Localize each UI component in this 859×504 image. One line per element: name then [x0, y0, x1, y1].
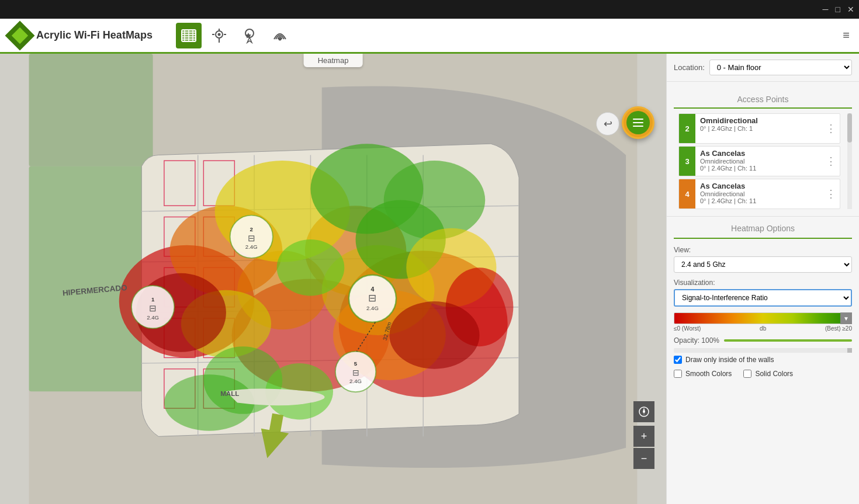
location-label: Location: [674, 63, 705, 72]
heatmap-tool-button[interactable] [176, 23, 202, 48]
svg-point-12 [278, 37, 281, 40]
scale-max-label: (Best) ≥20 [825, 325, 852, 332]
svg-rect-15 [29, 54, 153, 166]
svg-point-47 [277, 239, 345, 296]
svg-text:⊟: ⊟ [368, 292, 376, 304]
menu-button[interactable]: ≡ [843, 29, 850, 42]
zoom-out-button[interactable]: − [633, 448, 654, 469]
compass-button[interactable] [633, 401, 654, 422]
logo-diamond [5, 20, 35, 50]
ap-details-3: 0° | 2.4Ghz | Ch: 11 [700, 165, 818, 172]
ap-item-3[interactable]: 3 As Cancelas Omnidirectional 0° | 2.4Gh… [678, 146, 840, 176]
svg-text:2.4G: 2.4G [147, 314, 159, 321]
solid-colors-checkbox[interactable] [743, 370, 751, 378]
ap-item-4[interactable]: 4 As Cancelas Omnidirectional 0° | 2.4Gh… [678, 179, 840, 209]
ap-name-2: Omnidirectional [700, 116, 818, 125]
svg-text:2.4G: 2.4G [349, 378, 362, 384]
ap-scrollbar[interactable] [847, 113, 852, 209]
scale-dropdown[interactable]: ▼ [840, 312, 852, 324]
ap-more-3[interactable]: ⋮ [822, 147, 840, 176]
location-row: Location: 0 - Main floor [667, 54, 859, 82]
solid-colors-label[interactable]: Solid Colors [755, 370, 793, 378]
app-header: Acrylic Wi-Fi HeatMaps [0, 19, 859, 54]
location-tool-button[interactable] [206, 23, 232, 48]
color-gradient [674, 312, 852, 324]
ap-scroll-thumb [847, 113, 852, 142]
opacity-slider-container[interactable] [724, 339, 852, 342]
draw-walls-label[interactable]: Draw only inside of the walls [685, 356, 774, 364]
svg-text:2.4G: 2.4G [366, 305, 379, 311]
visualization-label: Visualization: [674, 279, 852, 287]
svg-text:5: 5 [354, 360, 358, 367]
svg-rect-78 [633, 126, 643, 127]
access-points-header: Access Points [674, 89, 852, 109]
ap-more-4[interactable]: ⋮ [822, 179, 840, 208]
smooth-colors-checkbox[interactable] [674, 370, 682, 378]
title-bar: ─ □ ✕ [0, 0, 859, 19]
smooth-colors-label[interactable]: Smooth Colors [685, 370, 732, 378]
logo-diamond-inner [12, 27, 28, 43]
color-scale-row: ▼ ≤0 (Worst) db (Best) ≥20 [674, 312, 852, 332]
ap-list: 2 Omnidirectional 0° | 2.4Ghz | Ch: 1 ⋮ … [674, 113, 845, 209]
ap-name-4: As Cancelas [700, 182, 818, 190]
right-panel: Location: 0 - Main floor Access Points 2… [666, 54, 859, 504]
svg-text:4: 4 [371, 286, 375, 293]
svg-point-10 [217, 33, 220, 36]
ap-more-2[interactable]: ⋮ [822, 114, 840, 143]
signal-tool-button[interactable] [267, 23, 293, 48]
color-gradient-container: ▼ [674, 312, 852, 324]
ap-item-2[interactable]: 2 Omnidirectional 0° | 2.4Ghz | Ch: 1 ⋮ [678, 113, 840, 144]
view-label: View: [674, 246, 852, 254]
ap-details-2: 0° | 2.4Ghz | Ch: 1 [700, 125, 818, 132]
map-area[interactable]: 1 ⊟ 2.4G 2 ⊟ 2.4G 4 ⊟ 2.4G 5 ⊟ 2.4G [0, 54, 666, 504]
app-logo: Acrylic Wi-Fi HeatMaps [9, 25, 153, 46]
opacity-fill [724, 339, 852, 342]
visualization-option-row: Visualization: Signal-to-Interference Ra… [674, 279, 852, 307]
svg-text:⊟: ⊟ [149, 303, 157, 313]
svg-text:MALL: MALL [220, 390, 239, 397]
location-select[interactable]: 0 - Main floor [709, 60, 852, 75]
ap-info-4: As Cancelas Omnidirectional 0° | 2.4Ghz … [695, 179, 822, 208]
heatmap-options-section: Heatmap Options View: 2.4 and 5 Ghz2.4 G… [667, 216, 859, 388]
access-points-section: Access Points 2 Omnidirectional 0° | 2.4… [667, 82, 859, 216]
svg-point-82 [643, 411, 645, 413]
heatmap-options-header: Heatmap Options [674, 224, 852, 239]
smooth-colors-row: Smooth Colors [674, 370, 732, 378]
draw-walls-checkbox[interactable] [674, 356, 682, 364]
ap-type-3: Omnidirectional [700, 158, 818, 165]
scale-min-label: ≤0 (Worst) [674, 325, 701, 332]
app-title: Acrylic Wi-Fi HeatMaps [36, 29, 153, 41]
scrollbar-row[interactable] [674, 348, 852, 353]
svg-rect-76 [633, 119, 643, 120]
scale-labels: ≤0 (Worst) db (Best) ≥20 [674, 325, 852, 332]
svg-text:1: 1 [151, 296, 155, 303]
ap-list-container: 2 Omnidirectional 0° | 2.4Ghz | Ch: 1 ⋮ … [674, 113, 852, 209]
svg-text:⊟: ⊟ [248, 233, 255, 243]
view-select[interactable]: 2.4 and 5 Ghz2.4 Ghz only5 Ghz only [674, 256, 852, 273]
close-button[interactable]: ✕ [847, 5, 854, 14]
header-tools [176, 23, 843, 48]
fab-button[interactable] [622, 106, 654, 139]
ap-type-4: Omnidirectional [700, 190, 818, 197]
opacity-label: Opacity: 100% [674, 336, 719, 345]
ap-info-3: As Cancelas Omnidirectional 0° | 2.4Ghz … [695, 147, 822, 176]
heatmap-tab: Heatmap [304, 54, 363, 67]
color-type-group: Smooth Colors Solid Colors [674, 367, 852, 381]
restore-button[interactable]: □ [836, 5, 840, 14]
ap-info-2: Omnidirectional 0° | 2.4Ghz | Ch: 1 [695, 114, 822, 143]
svg-point-46 [384, 161, 485, 239]
visualization-select[interactable]: Signal-to-Interference RatioSignal Level… [674, 289, 852, 307]
zoom-in-button[interactable]: + [633, 426, 654, 447]
draw-walls-row: Draw only inside of the walls [674, 356, 852, 364]
zoom-controls: + − [633, 401, 654, 469]
svg-point-55 [389, 301, 479, 369]
ap-color-bar-4: 4 [679, 179, 695, 208]
svg-text:⊟: ⊟ [352, 368, 359, 377]
opacity-track [724, 339, 852, 342]
solid-colors-row: Solid Colors [743, 370, 793, 378]
ap-color-bar-3: 3 [679, 147, 695, 176]
badge-tool-button[interactable] [237, 23, 262, 48]
minimize-button[interactable]: ─ [823, 5, 829, 14]
fab-inner [626, 111, 650, 134]
back-button[interactable]: ↩ [596, 112, 619, 135]
